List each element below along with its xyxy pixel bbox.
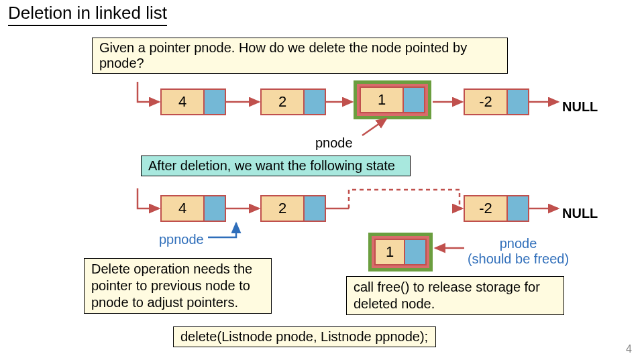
svg-line-4 [362, 119, 386, 135]
pnode-label-row1: pnode [315, 135, 353, 151]
highlight-node-1-row1: 1 [354, 80, 431, 119]
node-ptr [405, 239, 427, 265]
node-ptr [404, 86, 425, 113]
signature-box: delete(Listnode pnode, Listnode ppnode); [173, 326, 436, 347]
node-2-row2: 2 [260, 195, 326, 222]
pnode-freed-label: pnode (should be freed) [466, 236, 570, 267]
delete-note-l2: pointer to previous node to [91, 278, 250, 293]
node-ptr [508, 195, 529, 222]
pnode-freed-l1: pnode [500, 236, 537, 251]
node-m2-row1: -2 [464, 88, 529, 115]
node-ptr [305, 88, 326, 115]
free-note-l1: call free() to release storage for [354, 280, 540, 294]
node-value: -2 [464, 195, 508, 222]
question-box: Given a pointer pnode. How do we delete … [92, 38, 508, 74]
highlight-node-1-row2: 1 [368, 233, 433, 272]
node-value: 4 [160, 88, 205, 115]
node-4-row2: 4 [160, 195, 226, 222]
delete-note-l3: pnode to adjust pointers. [91, 295, 238, 310]
ppnode-label: ppnode [159, 232, 204, 247]
slide-title: Deletion in linked list [8, 3, 167, 26]
node-value: 4 [160, 195, 205, 222]
null-label-row1: NULL [562, 99, 598, 115]
after-state-box: After deletion, we want the following st… [141, 156, 411, 176]
pnode-freed-l2: (should be freed) [468, 251, 569, 266]
null-label-row2: NULL [562, 206, 598, 221]
node-value: -2 [464, 88, 508, 115]
node-ptr [305, 195, 326, 222]
node-4-row1: 4 [160, 88, 226, 115]
node-value: 2 [260, 88, 305, 115]
free-note-box: call free() to release storage for delet… [346, 276, 564, 315]
node-value: 2 [260, 195, 305, 222]
node-value: 1 [360, 86, 404, 113]
page-number: 4 [626, 343, 632, 355]
node-ptr [205, 88, 226, 115]
node-ptr [508, 88, 529, 115]
delete-note-box: Delete operation needs the pointer to pr… [84, 258, 272, 314]
node-ptr [205, 195, 226, 222]
node-m2-row2: -2 [464, 195, 529, 222]
node-2-row1: 2 [260, 88, 326, 115]
node-value: 1 [374, 239, 405, 265]
free-note-l2: deleted node. [354, 296, 435, 311]
delete-note-l1: Delete operation needs the [91, 261, 252, 276]
